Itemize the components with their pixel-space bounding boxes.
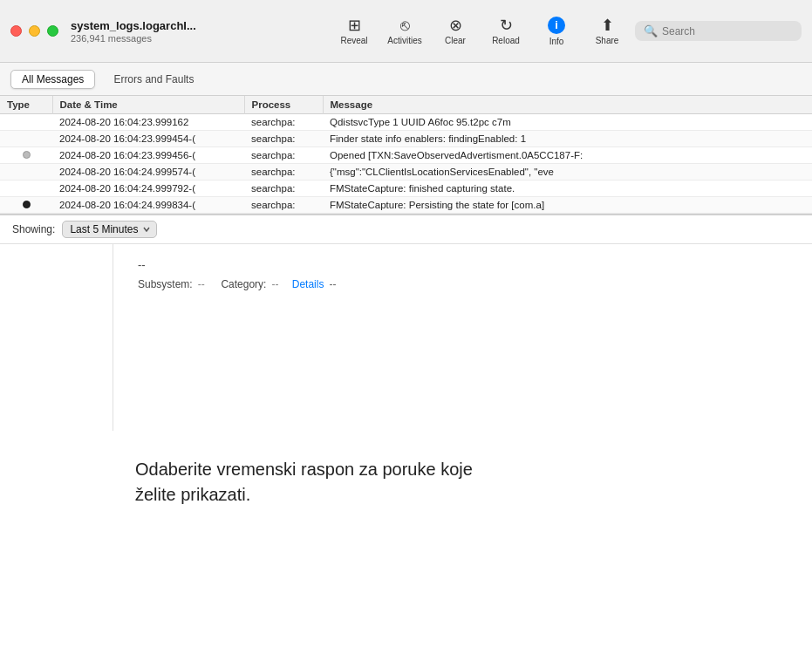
cell-type xyxy=(0,164,52,181)
category-label: Category: xyxy=(221,278,266,290)
detail-meta-row: Subsystem: -- Category: -- Details -- xyxy=(126,278,348,297)
cell-process: searchpa: xyxy=(244,197,323,214)
share-icon: ⬆ xyxy=(601,17,614,33)
minimize-button[interactable] xyxy=(29,25,40,37)
search-input[interactable] xyxy=(662,25,793,37)
cell-message: Finder state info enablers: findingEnabl… xyxy=(323,131,812,147)
cell-type xyxy=(0,114,52,131)
search-bar[interactable]: 🔍 xyxy=(635,21,802,41)
window-controls xyxy=(10,25,58,37)
detail-panel: Showing: Last 5 MinutesLast HourLast 24 … xyxy=(0,215,812,661)
category-value: -- xyxy=(271,278,278,290)
table-row[interactable]: 2024-08-20 16:04:24.999574-(searchpa:{"m… xyxy=(0,164,812,181)
reload-label: Reload xyxy=(492,36,520,45)
log-table-container: Type Date & Time Process Message 2024-08… xyxy=(0,96,812,215)
cell-message: QdistsvcType 1 UUID A6foc 95.t2pc c7m xyxy=(323,114,812,131)
col-header-datetime[interactable]: Date & Time xyxy=(52,96,244,114)
info-label: Info xyxy=(549,37,564,46)
cell-type xyxy=(0,147,52,164)
cell-process: searchpa: xyxy=(244,181,323,197)
cell-process: searchpa: xyxy=(244,131,323,147)
activities-label: Activities xyxy=(387,36,421,45)
info-icon: i xyxy=(548,17,565,34)
col-header-message[interactable]: Message xyxy=(323,96,812,114)
detail-main: -- Subsystem: -- Category: -- Details -- xyxy=(113,244,812,431)
tabbar: All Messages Errors and Faults xyxy=(0,63,812,96)
dot-black-indicator xyxy=(23,201,31,208)
share-button[interactable]: ⬆ Share xyxy=(584,14,630,49)
subsystem-value: -- xyxy=(198,278,205,290)
activities-icon: ⎋ xyxy=(400,17,410,33)
maximize-button[interactable] xyxy=(47,25,58,37)
showing-row: Showing: Last 5 MinutesLast HourLast 24 … xyxy=(0,215,812,244)
cell-datetime: 2024-08-20 16:04:23.999454-( xyxy=(52,131,244,147)
reveal-label: Reveal xyxy=(340,36,367,45)
reveal-button[interactable]: ⊞ Reveal xyxy=(331,14,377,49)
tab-errors-faults[interactable]: Errors and Faults xyxy=(102,70,205,89)
close-button[interactable] xyxy=(10,25,22,37)
table-row[interactable]: 2024-08-20 16:04:24.999792-(searchpa:FMS… xyxy=(0,181,812,197)
share-label: Share xyxy=(596,36,619,45)
clear-label: Clear xyxy=(445,36,466,45)
cell-message: FMStateCapture: Persisting the state for… xyxy=(323,197,812,214)
cell-datetime: 2024-08-20 16:04:23.999162 xyxy=(52,114,244,131)
detail-left-bar xyxy=(0,244,113,431)
reveal-icon: ⊞ xyxy=(348,17,361,33)
cell-type xyxy=(0,197,52,214)
window-subtitle: 236,941 messages xyxy=(71,33,314,44)
search-icon: 🔍 xyxy=(644,24,658,37)
table-header-row: Type Date & Time Process Message xyxy=(0,96,812,114)
title-info: system_logs.logarchI... 236,941 messages xyxy=(71,19,314,44)
dot-gray-indicator xyxy=(23,151,31,159)
instruction-area: Odaberite vremenski raspon za poruke koj… xyxy=(0,431,812,661)
col-header-process[interactable]: Process xyxy=(244,96,323,114)
cell-message: {"msg":"CLClientIsLocationServicesEnable… xyxy=(323,164,812,181)
reload-button[interactable]: ↻ Reload xyxy=(483,14,529,49)
showing-label: Showing: xyxy=(12,223,55,235)
col-header-type[interactable]: Type xyxy=(0,96,52,114)
activities-button[interactable]: ⎋ Activities xyxy=(382,14,427,49)
cell-process: searchpa: xyxy=(244,147,323,164)
cell-type xyxy=(0,131,52,147)
detail-content: -- Subsystem: -- Category: -- Details -- xyxy=(0,244,812,431)
window-title: system_logs.logarchI... xyxy=(71,19,314,32)
log-table: Type Date & Time Process Message 2024-08… xyxy=(0,96,812,214)
table-row[interactable]: 2024-08-20 16:04:23.999454-(searchpa:Fin… xyxy=(0,131,812,147)
cell-datetime: 2024-08-20 16:04:24.999574-( xyxy=(52,164,244,181)
cell-datetime: 2024-08-20 16:04:24.999792-( xyxy=(52,181,244,197)
cell-process: searchpa: xyxy=(244,114,323,131)
titlebar: system_logs.logarchI... 236,941 messages… xyxy=(0,0,812,63)
showing-select[interactable]: Last 5 MinutesLast HourLast 24 HoursAll … xyxy=(62,221,157,238)
info-button[interactable]: i Info xyxy=(534,13,579,50)
cell-process: searchpa: xyxy=(244,164,323,181)
clear-icon: ⊗ xyxy=(449,17,462,33)
detail-right-value: -- xyxy=(329,278,336,290)
detail-dash: -- xyxy=(126,251,800,278)
details-link[interactable]: Details xyxy=(292,278,324,290)
table-row[interactable]: 2024-08-20 16:04:23.999162searchpa:Qdist… xyxy=(0,114,812,131)
tab-all-messages[interactable]: All Messages xyxy=(10,70,95,89)
cell-message: FMStateCapture: finished capturing state… xyxy=(323,181,812,197)
reload-icon: ↻ xyxy=(500,17,513,33)
subsystem-label: Subsystem: xyxy=(138,278,193,290)
clear-button[interactable]: ⊗ Clear xyxy=(433,14,478,49)
cell-type xyxy=(0,181,52,197)
instruction-text: Odaberite vremenski raspon za poruke koj… xyxy=(135,457,484,508)
table-row[interactable]: 2024-08-20 16:04:23.999456-(searchpa:Ope… xyxy=(0,147,812,164)
cell-datetime: 2024-08-20 16:04:24.999834-( xyxy=(52,197,244,214)
table-row[interactable]: 2024-08-20 16:04:24.999834-(searchpa:FMS… xyxy=(0,197,812,214)
cell-message: Opened [TXN:SaveObservedAdvertisment.0A5… xyxy=(323,147,812,164)
detail-meta-row-container: Subsystem: -- Category: -- Details -- xyxy=(126,278,800,297)
toolbar: ⊞ Reveal ⎋ Activities ⊗ Clear ↻ Reload i… xyxy=(331,13,802,50)
cell-datetime: 2024-08-20 16:04:23.999456-( xyxy=(52,147,244,164)
